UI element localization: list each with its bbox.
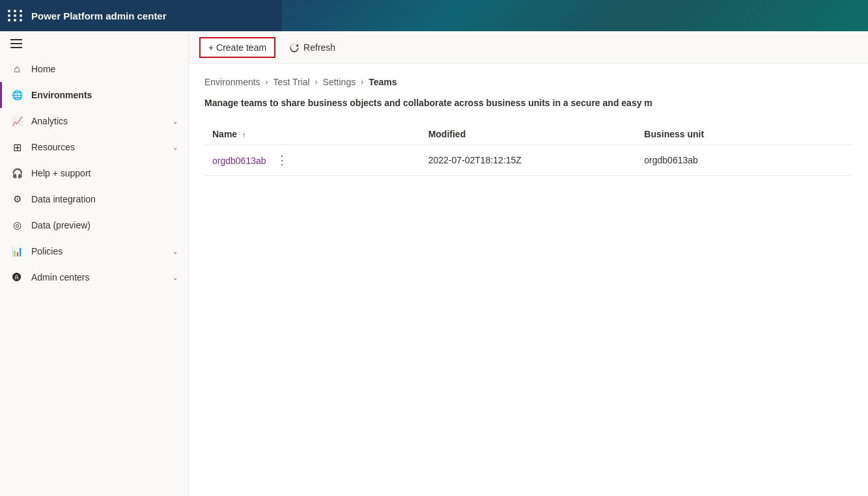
toolbar: + Create team Refresh [189, 31, 868, 64]
data-preview-icon [10, 219, 23, 232]
data-integration-icon [10, 193, 23, 206]
hamburger-button[interactable] [0, 31, 188, 56]
sidebar-item-admin-centers[interactable]: Admin centers ⌄ [0, 264, 188, 290]
top-header: Power Platform admin center [0, 0, 868, 31]
sidebar-item-data-integration[interactable]: Data integration [0, 186, 188, 212]
sidebar-label-data-integration: Data integration [31, 194, 178, 204]
sidebar-item-resources[interactable]: Resources ⌄ [0, 134, 188, 160]
table-cell-business-unit: orgdb0613ab [636, 145, 852, 176]
breadcrumb: Environments › Test Trial › Settings › T… [204, 77, 852, 87]
breadcrumb-sep-3: › [361, 77, 363, 87]
breadcrumb-environments[interactable]: Environments [204, 77, 260, 87]
column-header-business-unit: Business unit [636, 124, 852, 145]
refresh-button[interactable]: Refresh [281, 38, 344, 57]
sidebar-item-help-support[interactable]: Help + support [0, 160, 188, 186]
sidebar-label-home: Home [31, 64, 178, 74]
breadcrumb-test-trial[interactable]: Test Trial [273, 77, 310, 87]
column-header-name: Name ↑ [204, 124, 421, 145]
team-name-link[interactable]: orgdb0613ab [212, 156, 266, 166]
refresh-label: Refresh [303, 42, 335, 53]
sidebar-item-policies[interactable]: Policies ⌄ [0, 238, 188, 264]
chevron-down-icon: ⌄ [173, 118, 178, 125]
table-row: orgdb0613ab ⋮ 2022-07-02T18:12:15Z orgdb… [204, 145, 852, 176]
globe-icon [10, 89, 23, 102]
sidebar-label-analytics: Analytics [31, 116, 165, 126]
sidebar-item-analytics[interactable]: Analytics ⌄ [0, 108, 188, 134]
help-icon [10, 167, 23, 180]
sidebar: Home Environments Analytics ⌄ Resources … [0, 31, 189, 496]
table-cell-name: orgdb0613ab ⋮ [204, 145, 421, 176]
app-title: Power Platform admin center [31, 10, 167, 21]
page-description: Manage teams to share business objects a… [204, 98, 852, 108]
sidebar-item-data-preview[interactable]: Data (preview) [0, 212, 188, 238]
sidebar-label-policies: Policies [31, 246, 165, 256]
refresh-icon [289, 42, 300, 53]
policies-icon [10, 245, 23, 258]
sidebar-label-help: Help + support [31, 168, 178, 178]
main-layout: Home Environments Analytics ⌄ Resources … [0, 31, 868, 496]
content-area: + Create team Refresh Environments › Tes… [189, 31, 868, 496]
chevron-down-icon-4: ⌄ [173, 274, 178, 281]
home-icon [10, 62, 23, 76]
apps-grid-icon[interactable] [8, 10, 23, 21]
row-actions-menu[interactable]: ⋮ [276, 154, 289, 167]
breadcrumb-teams: Teams [369, 77, 397, 87]
admin-icon [10, 271, 23, 284]
sidebar-label-resources: Resources [31, 142, 165, 152]
main-content: Environments › Test Trial › Settings › T… [189, 64, 868, 496]
sidebar-item-home[interactable]: Home [0, 56, 188, 82]
sidebar-item-environments[interactable]: Environments [0, 82, 188, 108]
column-header-modified: Modified [421, 124, 637, 145]
sidebar-label-data-preview: Data (preview) [31, 220, 178, 230]
chevron-down-icon-3: ⌄ [173, 248, 178, 255]
breadcrumb-settings[interactable]: Settings [323, 77, 356, 87]
hamburger-icon [10, 39, 22, 48]
chart-icon [10, 115, 23, 128]
teams-table: Name ↑ Modified Business unit orgdb0613a… [204, 124, 852, 176]
table-cell-modified: 2022-07-02T18:12:15Z [421, 145, 637, 176]
create-team-button[interactable]: + Create team [199, 37, 275, 58]
sort-asc-icon[interactable]: ↑ [242, 131, 246, 139]
breadcrumb-sep-2: › [315, 77, 318, 87]
chevron-down-icon-2: ⌄ [173, 144, 178, 151]
breadcrumb-sep-1: › [266, 77, 268, 87]
sidebar-label-admin-centers: Admin centers [31, 272, 165, 282]
resource-icon [10, 141, 23, 154]
sidebar-label-environments: Environments [31, 90, 178, 100]
